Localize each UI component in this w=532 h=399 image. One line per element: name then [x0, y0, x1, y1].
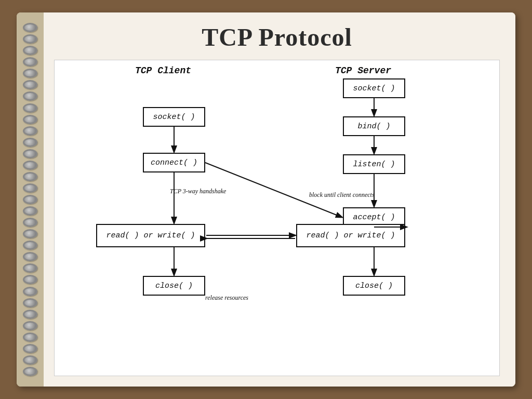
slide-title: TCP Protocol — [54, 23, 500, 51]
spiral-coil — [23, 321, 37, 330]
server-socket-box: socket( ) — [343, 78, 405, 98]
spiral-coil — [23, 138, 37, 147]
spiral-coil — [23, 23, 37, 32]
spiral-coil — [23, 103, 37, 113]
spiral-coil — [23, 287, 37, 296]
spiral-coil — [23, 69, 37, 78]
server-bind-box: bind( ) — [343, 116, 405, 136]
notebook: TCP Protocol TCP Client TCP Server socke… — [17, 12, 515, 387]
spiral-coil — [23, 206, 37, 216]
server-close-box: close( ) — [343, 276, 405, 296]
client-close-box: close( ) — [143, 276, 205, 296]
spiral-coil — [23, 332, 37, 342]
diagram-area: TCP Client TCP Server socket( ) connect(… — [54, 60, 500, 376]
handshake-label: TCP 3-way handshake — [170, 188, 226, 195]
spiral-coil — [23, 263, 37, 273]
spiral-coil — [23, 172, 37, 181]
spiral-coil — [23, 229, 37, 238]
spiral-coil — [23, 46, 37, 55]
spiral-coil — [23, 149, 37, 158]
client-readwrite-box: read( ) or write( ) — [96, 224, 205, 247]
spiral-coil — [23, 275, 37, 284]
server-readwrite-box: read( ) or write( ) — [296, 224, 405, 247]
spiral-coil — [23, 195, 37, 204]
spiral-coil — [23, 34, 37, 44]
spiral-coil — [23, 57, 37, 66]
spiral-coil — [23, 183, 37, 193]
client-socket-box: socket( ) — [143, 107, 205, 127]
spiral-coil — [23, 241, 37, 250]
spiral-coil — [23, 344, 37, 353]
client-header: TCP Client — [135, 65, 191, 76]
server-header: TCP Server — [335, 65, 391, 76]
spiral-coil — [23, 161, 37, 170]
spiral-coil — [23, 218, 37, 227]
page: TCP Protocol TCP Client TCP Server socke… — [44, 12, 515, 387]
spiral-coil — [23, 252, 37, 261]
spiral-coil — [23, 310, 37, 319]
spiral-coil — [23, 367, 37, 376]
spiral-coil — [23, 115, 37, 124]
arrows-diagram — [55, 60, 499, 376]
client-connect-box: connect( ) — [143, 153, 205, 172]
spiral-coil — [23, 298, 37, 308]
spiral-coil — [23, 80, 37, 89]
release-label: release resources — [205, 294, 248, 302]
server-listen-box: listen( ) — [343, 154, 405, 174]
spiral-coil — [23, 355, 37, 365]
spiral-binding — [17, 12, 44, 387]
block-label: block until client connects — [309, 191, 375, 199]
spiral-coil — [23, 91, 37, 101]
spiral-coil — [23, 126, 37, 136]
